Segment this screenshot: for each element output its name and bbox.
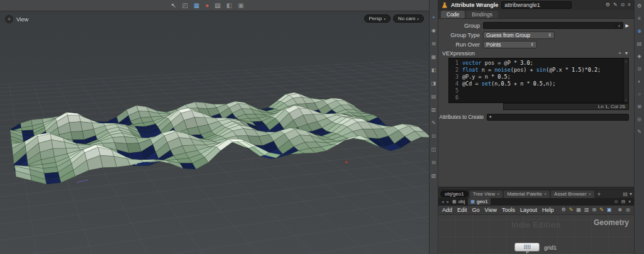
code-line[interactable]: 1vector pos = @P * 3.0; xyxy=(450,60,628,67)
columns-icon[interactable]: ▥ xyxy=(431,108,436,113)
target-icon[interactable]: ⊙ xyxy=(637,67,641,72)
tab-bindings[interactable]: Bindings xyxy=(466,11,498,18)
viewport-canvas[interactable] xyxy=(0,11,429,254)
pane-caret-icon[interactable]: ▾ xyxy=(630,192,632,197)
network-graph-canvas[interactable]: Indie Edition Geometry xyxy=(438,215,634,254)
grid-toggle-icon[interactable]: ⊞ xyxy=(637,104,641,109)
search-icon[interactable]: ⊕ xyxy=(637,29,641,34)
add-pane-icon[interactable]: + xyxy=(432,15,435,20)
layout-quad-icon[interactable]: ⊞ xyxy=(431,41,436,47)
code-line[interactable]: 5 xyxy=(450,87,628,94)
node-name-input[interactable]: attribwrangle1 xyxy=(501,1,572,9)
select-tool-icon[interactable]: ↖ xyxy=(171,3,176,9)
list-view-icon[interactable]: ▥ xyxy=(584,207,589,213)
menu-add[interactable]: Add xyxy=(442,207,452,213)
menu-tools[interactable]: Tools xyxy=(502,207,515,213)
run-over-select[interactable]: Points ⇕ xyxy=(483,41,537,48)
pane-menu-icon[interactable]: + xyxy=(5,15,13,23)
pane-split-icon[interactable]: ▤ xyxy=(623,192,628,197)
menu-icon[interactable]: ≡ xyxy=(638,16,641,21)
group-input[interactable] xyxy=(483,22,616,29)
settings-gear-icon[interactable]: ⚙ xyxy=(637,4,641,9)
editor-scrollbar[interactable]: ▴ ▾ xyxy=(623,58,628,102)
scene-viewport[interactable]: + View Persp ▾ No cam ▾ xyxy=(0,11,429,254)
edit-icon[interactable]: ✎ xyxy=(613,3,618,8)
display-icon[interactable]: ▣ xyxy=(607,207,612,213)
frame-icon[interactable]: ⊡ xyxy=(431,134,436,139)
menu-edit[interactable]: Edit xyxy=(457,207,467,213)
split-view-icon[interactable]: ◧ xyxy=(226,3,232,9)
snap-grid-icon[interactable]: ▦ xyxy=(194,3,199,9)
layout-icon[interactable]: ▤ xyxy=(214,3,220,9)
network-path-tab[interactable]: obj/geo1 xyxy=(440,190,469,197)
add-view-icon[interactable]: ⊞ xyxy=(592,207,596,213)
new-tab-button[interactable]: + xyxy=(596,191,602,197)
node-output-stub[interactable] xyxy=(526,251,529,253)
persp-button[interactable]: Persp ▾ xyxy=(364,14,391,23)
pane-tab-tree-view[interactable]: Tree View× xyxy=(470,190,503,198)
tab-code[interactable]: Code xyxy=(441,11,465,18)
grid-icon[interactable]: ▦ xyxy=(431,55,436,60)
display-options-icon[interactable]: ◐ xyxy=(638,79,641,84)
shelf-icon[interactable]: ▤ xyxy=(637,41,642,47)
split-left-icon[interactable]: ◧ xyxy=(431,68,436,73)
back-icon[interactable]: ◂ xyxy=(441,199,444,204)
path-crumb-obj[interactable]: ▦obj xyxy=(452,198,465,205)
circle-icon[interactable]: ○ xyxy=(638,92,641,97)
pane-menu-icon[interactable]: ▤ xyxy=(621,199,626,204)
zoom-icon[interactable]: ⊕ xyxy=(618,207,622,213)
dropdown-icon[interactable]: ▾ xyxy=(628,199,631,204)
vexpression-label: VEXpression xyxy=(442,50,475,57)
handles-tool-icon[interactable]: ◰ xyxy=(182,3,187,9)
asset-icon[interactable]: ◈ xyxy=(637,54,641,59)
menu-go[interactable]: Go xyxy=(472,207,480,213)
mirror-icon[interactable]: ◫ xyxy=(431,147,436,152)
annotate-icon[interactable]: ✎ xyxy=(637,130,641,135)
tab-close-icon[interactable]: × xyxy=(589,192,591,196)
pin-icon[interactable]: ⊙ xyxy=(621,3,625,8)
pin-icon[interactable]: ⊙ xyxy=(614,199,618,204)
menu-help[interactable]: Help xyxy=(542,207,554,213)
grid-view-icon[interactable]: ▦ xyxy=(576,207,581,213)
node-grid1[interactable] xyxy=(514,243,540,251)
camera-button[interactable]: No cam ▾ xyxy=(393,14,424,23)
vex-code-editor[interactable]: 1vector pos = @P * 3.0;2float n = noise(… xyxy=(448,58,629,103)
forward-icon[interactable]: ▸ xyxy=(447,199,450,204)
group-dropdown-button[interactable]: ▾ xyxy=(616,22,623,29)
vex-menu-icon[interactable]: ▾ xyxy=(625,51,628,56)
path-crumb-geo1[interactable]: ▦geo1 xyxy=(468,198,490,205)
edit-icon[interactable]: ✎ xyxy=(431,121,436,126)
menu-view[interactable]: View xyxy=(485,207,497,213)
scroll-up-icon[interactable]: ▴ xyxy=(625,59,627,63)
view-tool-icon[interactable]: ◉ xyxy=(431,28,436,33)
code-line[interactable]: 4@Cd = set(n,0.5 + n * 0.5,n); xyxy=(450,80,628,87)
group-select-arrow-icon[interactable]: ▶ xyxy=(626,23,629,28)
split-right-icon[interactable]: ◨ xyxy=(431,81,436,86)
gear-icon[interactable]: ⚙ xyxy=(606,3,610,8)
scroll-down-icon[interactable]: ▾ xyxy=(625,98,627,102)
tab-close-icon[interactable]: × xyxy=(497,192,499,196)
collapse-icon[interactable]: ⊟ xyxy=(431,160,436,165)
shade-icon[interactable]: ▧ xyxy=(431,174,436,179)
rows-icon[interactable]: ▤ xyxy=(431,94,436,99)
radial-menu-icon[interactable]: ◎ xyxy=(626,207,630,213)
record-icon[interactable]: ● xyxy=(205,3,209,9)
attributes-to-create-input[interactable]: * xyxy=(487,114,629,121)
code-line[interactable]: 2float n = noise(pos) + sin(@P.x * 1.5)*… xyxy=(450,67,628,74)
tab-close-icon[interactable]: × xyxy=(544,192,547,196)
code-line[interactable]: 3@P.y = n * 0.5; xyxy=(450,74,628,80)
annotate-icon[interactable]: ✎ xyxy=(599,207,604,213)
pane-tab-asset-browser[interactable]: Asset Browser× xyxy=(551,190,594,198)
group-type-select[interactable]: Guess from Group ⇕ xyxy=(483,31,555,39)
menu-layout[interactable]: Layout xyxy=(520,207,537,213)
network-settings-icon[interactable]: ⚙ xyxy=(561,207,565,213)
vex-add-icon[interactable]: + xyxy=(618,51,621,56)
radial-icon[interactable]: ◎ xyxy=(637,117,641,122)
edit-yellow-icon[interactable]: ✎ xyxy=(569,207,574,213)
code-line[interactable]: 6 xyxy=(450,94,628,101)
pane-tab-material-palette[interactable]: Material Palette× xyxy=(504,190,550,198)
node-label[interactable]: grid1 xyxy=(544,245,557,251)
grid-node-icon xyxy=(524,245,531,250)
panel-icon[interactable]: ▣ xyxy=(238,3,243,9)
pane-menu-icon[interactable]: ≡ xyxy=(628,3,631,8)
